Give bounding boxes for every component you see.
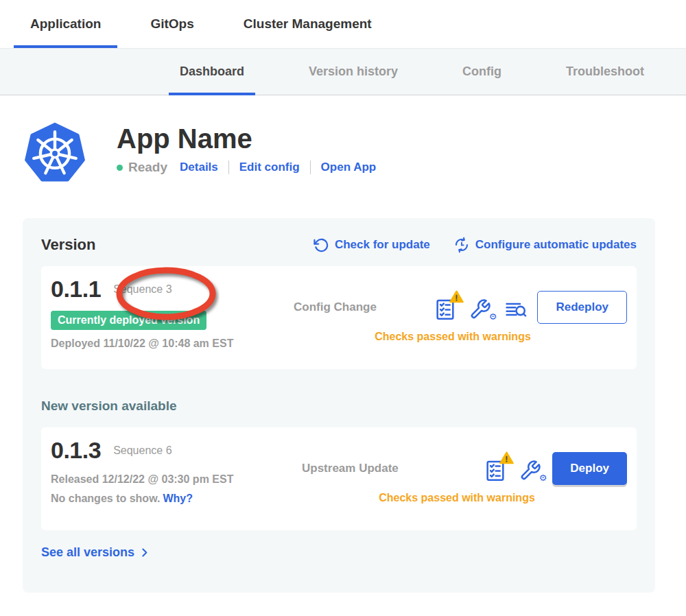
- preflight-checks-icon[interactable]: [434, 294, 459, 320]
- version-card: Version Check for update: [23, 218, 655, 593]
- released-timestamp: Released 12/12/22 @ 03:30 pm EST: [51, 473, 287, 486]
- sub-nav: Dashboard Version history Config Trouble…: [0, 48, 686, 95]
- config-wrench-icon[interactable]: ⚙: [519, 455, 544, 482]
- new-version-sequence: Sequence 6: [113, 445, 172, 457]
- configure-automatic-updates-link[interactable]: Configure automatic updates: [453, 237, 637, 253]
- app-header: App Name Ready Details Edit config Open …: [0, 95, 686, 182]
- deployed-timestamp: Deployed 11/10/22 @ 10:48 am EST: [51, 337, 279, 350]
- kubernetes-logo-icon: [25, 122, 85, 182]
- current-checks-status: Checks passed with warnings: [375, 331, 531, 343]
- gear-icon: ⚙: [539, 473, 547, 482]
- subtab-config[interactable]: Config: [451, 49, 512, 95]
- ready-status-dot-icon: [117, 165, 123, 171]
- tab-application[interactable]: Application: [14, 0, 117, 48]
- chevron-right-icon: [139, 547, 150, 558]
- preflight-checks-icon[interactable]: [484, 455, 509, 482]
- see-all-versions-label: See all versions: [41, 545, 134, 560]
- configure-automatic-updates-label: Configure automatic updates: [475, 238, 637, 252]
- warning-triangle-icon: [499, 451, 514, 464]
- subtab-config-label: Config: [462, 64, 501, 79]
- tab-cluster-management[interactable]: Cluster Management: [227, 0, 388, 48]
- subtab-dashboard-label: Dashboard: [180, 64, 244, 79]
- current-version-sequence: Sequence 3: [113, 283, 172, 296]
- current-version-source: Config Change: [294, 300, 377, 314]
- current-version-number: 0.1.1: [51, 276, 101, 303]
- no-changes-text: No changes to show.: [51, 493, 160, 504]
- tab-application-label: Application: [30, 16, 101, 32]
- top-nav: Application GitOps Cluster Management: [0, 0, 686, 48]
- divider: [228, 161, 229, 174]
- subtab-version-history[interactable]: Version history: [298, 49, 409, 95]
- divider: [310, 161, 311, 174]
- new-checks-status: Checks passed with warnings: [379, 492, 535, 504]
- gear-icon: ⚙: [489, 312, 497, 321]
- check-for-update-label: Check for update: [335, 238, 430, 252]
- currently-deployed-badge: Currently deployed version: [51, 311, 206, 330]
- tab-gitops-label: GitOps: [150, 16, 193, 32]
- details-link[interactable]: Details: [180, 161, 218, 174]
- new-version-card: 0.1.3 Sequence 6 Released 12/12/22 @ 03:…: [41, 427, 637, 530]
- version-card-title: Version: [41, 236, 95, 254]
- status-badge: Ready: [128, 160, 167, 175]
- auto-update-clock-icon: [453, 237, 470, 253]
- new-version-source: Upstream Update: [302, 462, 399, 475]
- status-row: Ready Details Edit config Open App: [117, 160, 376, 175]
- open-app-link[interactable]: Open App: [321, 161, 377, 174]
- edit-config-link[interactable]: Edit config: [239, 161, 300, 174]
- new-version-number: 0.1.3: [51, 437, 101, 464]
- deploy-button[interactable]: Deploy: [552, 452, 627, 485]
- current-version-card: 0.1.1 Sequence 3 Currently deployed vers…: [41, 266, 637, 369]
- subtab-version-history-label: Version history: [309, 64, 398, 79]
- subtab-dashboard[interactable]: Dashboard: [169, 49, 255, 95]
- subtab-troubleshoot[interactable]: Troubleshoot: [555, 49, 655, 95]
- warning-triangle-icon: [449, 290, 464, 303]
- subtab-troubleshoot-label: Troubleshoot: [566, 64, 644, 79]
- refresh-icon: [314, 237, 329, 253]
- view-files-icon[interactable]: [504, 294, 529, 320]
- why-link[interactable]: Why?: [163, 493, 193, 504]
- page-title: App Name: [117, 123, 376, 154]
- tab-cluster-management-label: Cluster Management: [244, 16, 372, 32]
- see-all-versions-link[interactable]: See all versions: [41, 545, 637, 560]
- new-version-heading: New version available: [41, 399, 637, 414]
- tab-gitops[interactable]: GitOps: [134, 0, 210, 48]
- config-wrench-icon[interactable]: ⚙: [469, 294, 494, 320]
- redeploy-button[interactable]: Redeploy: [537, 291, 627, 324]
- check-for-update-link[interactable]: Check for update: [314, 237, 430, 253]
